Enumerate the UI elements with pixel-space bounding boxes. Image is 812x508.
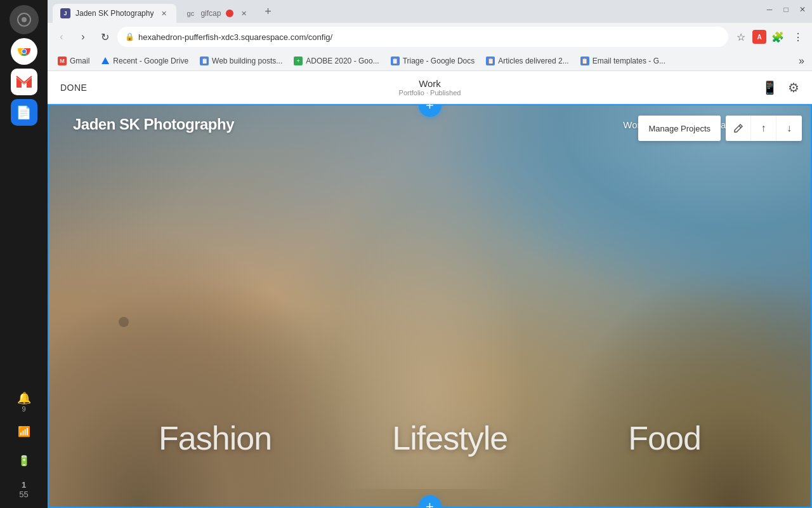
tab-title-2: gifcap [200, 9, 221, 18]
chrome-icon[interactable] [11, 38, 37, 65]
web-building-icon: 📋 [200, 57, 209, 65]
omnibar: ‹ › ↻ 🔒 hexahedron-pufferfish-xdc3.squar… [48, 23, 812, 51]
security-lock-icon: 🔒 [125, 32, 134, 41]
browser-titlebar: J Jaden SK Photography ✕ gc gifcap ✕ + ─… [48, 0, 812, 23]
bookmark-email-templates[interactable]: 📋 Email templates - G... [575, 53, 671, 69]
adobe-bookmark-icon: + [294, 57, 303, 65]
bookmark-star-icon[interactable]: ☆ [732, 28, 750, 46]
bookmark-label-gdrive: Recent - Google Drive [113, 57, 188, 65]
bookmarks-bar: M Gmail Recent - Google Drive 📋 Web buil… [48, 51, 812, 71]
minimize-button[interactable]: ─ [765, 5, 774, 14]
notification-badge: 🔔 9 [11, 389, 37, 415]
gdrive-bookmark-icon [101, 57, 110, 65]
os-bottom-bar: 🔔 9 📶 🔋 1 55 [0, 389, 48, 508]
recording-indicator [226, 10, 233, 17]
edit-block-button[interactable] [726, 116, 751, 141]
category-lifestyle[interactable]: Lifestyle [392, 419, 508, 457]
bookmark-adobe[interactable]: + ADOBE 2020 - Goo... [289, 53, 384, 69]
squarespace-editor: DONE Work Portfolio · Published 📱 ⚙ [48, 71, 812, 508]
triage-bookmark-icon: 📋 [391, 57, 400, 65]
bookmark-label-email: Email templates - G... [593, 57, 665, 65]
reload-button[interactable]: ↻ [96, 28, 114, 46]
tab-jaden-photography[interactable]: J Jaden SK Photography ✕ [53, 4, 176, 23]
mobile-preview-icon[interactable]: 📱 [762, 80, 778, 95]
bookmark-articles[interactable]: 📋 Articles delivered 2... [481, 53, 573, 69]
done-button[interactable]: DONE [60, 83, 87, 93]
address-bar[interactable]: 🔒 hexahedron-pufferfish-xdc3.squarespace… [117, 27, 728, 47]
email-templates-icon: 📋 [580, 57, 589, 65]
tab-favicon-1: J [60, 8, 70, 18]
sq-topbar-right: 📱 ⚙ [762, 80, 799, 95]
gmail-bookmark-icon: M [58, 57, 67, 65]
extension-puzzle-icon[interactable]: 🧩 [769, 28, 787, 46]
window-controls: ─ □ ✕ [765, 5, 807, 14]
hero-categories: Fashion Lifestyle Food [48, 419, 812, 457]
move-down-button[interactable]: ↓ [776, 116, 802, 141]
page-content: DONE Work Portfolio · Published 📱 ⚙ [48, 71, 812, 508]
new-tab-button[interactable]: + [259, 3, 277, 20]
forward-button[interactable]: › [74, 28, 92, 46]
tab-close-2[interactable]: ✕ [239, 8, 249, 18]
close-button[interactable]: ✕ [798, 5, 807, 14]
svg-point-4 [22, 50, 26, 53]
page-title: Work [399, 78, 461, 89]
block-action-buttons: ↑ ↓ [726, 116, 802, 141]
bookmark-label-gmail: Gmail [70, 57, 89, 65]
clock: 1 55 [11, 476, 37, 503]
tab-close-1[interactable]: ✕ [159, 8, 169, 18]
bookmark-gdrive[interactable]: Recent - Google Drive [96, 53, 193, 69]
bookmark-triage[interactable]: 📋 Triage - Google Docs [386, 53, 480, 69]
bookmark-label-web: Web building posts... [212, 57, 282, 65]
browser-window: J Jaden SK Photography ✕ gc gifcap ✕ + ─… [48, 0, 812, 508]
os-taskbar: 📄 🔔 9 📶 🔋 1 55 [0, 0, 48, 508]
svg-marker-6 [102, 57, 109, 64]
settings-gear-icon[interactable]: ⚙ [788, 80, 799, 95]
category-food[interactable]: Food [628, 419, 701, 457]
move-up-button[interactable]: ↑ [751, 116, 776, 141]
mouse-cursor [119, 317, 129, 327]
bookmarks-overflow-button[interactable]: » [796, 55, 807, 67]
url-text: hexahedron-pufferfish-xdc3.squarespace.c… [138, 32, 721, 42]
gmail-app-icon[interactable] [11, 69, 37, 95]
site-preview: Jaden SK Photography Work About Contact [48, 104, 812, 508]
manage-projects-button[interactable]: Manage Projects [638, 116, 721, 141]
tab-favicon-2: gc [185, 8, 195, 18]
docs-app-icon[interactable]: 📄 [11, 99, 37, 126]
block-controls: Manage Projects ↑ ↓ [638, 116, 802, 141]
browser-menu-icon[interactable]: ⋮ [789, 28, 807, 46]
bookmark-label-triage: Triage - Google Docs [403, 57, 475, 65]
maximize-button[interactable]: □ [782, 5, 790, 14]
category-fashion[interactable]: Fashion [159, 419, 272, 457]
articles-bookmark-icon: 📋 [486, 57, 495, 65]
sq-topbar: DONE Work Portfolio · Published 📱 ⚙ [48, 71, 812, 104]
bookmark-gmail[interactable]: M Gmail [53, 53, 95, 69]
back-button[interactable]: ‹ [53, 28, 70, 46]
page-subtitle: Portfolio · Published [399, 89, 461, 97]
bookmark-label-adobe: ADOBE 2020 - Goo... [306, 57, 379, 65]
wifi-icon: 📶 [11, 418, 37, 444]
page-title-area: Work Portfolio · Published [399, 78, 461, 97]
site-logo: Jaden SK Photography [73, 116, 234, 133]
extension-icon-1[interactable]: A [752, 30, 766, 44]
tab-gifcap[interactable]: gc gifcap ✕ [178, 4, 256, 23]
svg-point-1 [22, 17, 27, 22]
battery-icon: 🔋 [11, 447, 37, 474]
bookmark-label-articles: Articles delivered 2... [498, 57, 568, 65]
os-logo[interactable] [10, 5, 39, 34]
bookmark-web-building[interactable]: 📋 Web building posts... [195, 53, 287, 69]
omnibar-actions: ☆ A 🧩 ⋮ [732, 28, 807, 46]
tab-title-1: Jaden SK Photography [75, 9, 154, 18]
